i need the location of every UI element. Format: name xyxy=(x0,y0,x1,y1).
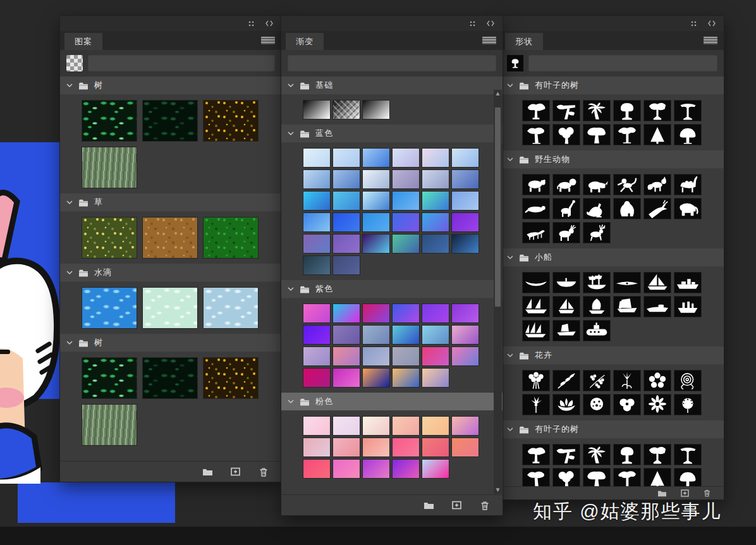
gradient-swatch[interactable] xyxy=(392,346,420,366)
pattern-swatch-grass-field[interactable] xyxy=(82,147,137,188)
shape-tree-twist[interactable] xyxy=(522,468,550,486)
shape-submarine[interactable] xyxy=(583,320,611,341)
shape-steamer[interactable] xyxy=(674,296,702,317)
new-group-icon[interactable] xyxy=(657,489,667,497)
new-item-icon[interactable] xyxy=(452,501,462,510)
gradient-swatch[interactable] xyxy=(303,234,331,254)
shape-lion[interactable] xyxy=(552,174,580,195)
shape-tree-canopy[interactable] xyxy=(583,468,611,486)
gradient-swatch[interactable] xyxy=(362,346,390,366)
gradient-swatch[interactable] xyxy=(332,212,360,232)
shape-rowboat[interactable] xyxy=(552,272,580,293)
shape-rose-sketch[interactable] xyxy=(674,370,702,391)
gradient-swatch[interactable] xyxy=(362,234,390,254)
scroll-up-icon[interactable]: ▲ xyxy=(495,90,501,97)
gradient-swatch[interactable] xyxy=(392,148,420,168)
gradient-swatch[interactable] xyxy=(392,234,420,254)
group-header-粉色[interactable]: 粉色 xyxy=(281,393,503,411)
tab-gradients[interactable]: 渐变 xyxy=(286,33,324,50)
pattern-swatch-fern-dark[interactable] xyxy=(82,100,137,142)
panel-menu-icon[interactable] xyxy=(704,37,717,44)
gradient-swatch[interactable] xyxy=(332,303,360,323)
pattern-swatch-fern-dark[interactable] xyxy=(82,357,137,399)
tab-patterns[interactable]: 图案 xyxy=(64,33,102,50)
shape-tree-twist[interactable] xyxy=(522,124,550,145)
gradient-swatch[interactable] xyxy=(303,459,331,479)
new-group-icon[interactable] xyxy=(424,501,434,510)
gradient-swatch[interactable] xyxy=(451,325,479,345)
pattern-swatch-grass-field[interactable] xyxy=(82,404,137,446)
shape-moose[interactable] xyxy=(552,222,580,243)
tab-shapes[interactable]: 形状 xyxy=(505,33,543,50)
shape-orchid[interactable] xyxy=(522,394,550,415)
shape-junk-small[interactable] xyxy=(552,320,580,341)
gradient-swatch[interactable] xyxy=(392,325,420,345)
gradient-swatch[interactable] xyxy=(451,416,479,436)
gradient-swatch[interactable] xyxy=(392,416,420,436)
shape-tall-ship[interactable] xyxy=(583,272,611,293)
gradient-swatch[interactable] xyxy=(362,416,390,436)
group-header-野生动物[interactable]: 野生动物 xyxy=(501,150,724,169)
pattern-swatch-meadow-yellow[interactable] xyxy=(82,217,137,259)
shape-fox[interactable] xyxy=(643,174,671,195)
group-header-草[interactable]: 草 xyxy=(60,193,281,212)
shape-rhino[interactable] xyxy=(583,174,611,195)
pattern-swatch-turf-green[interactable] xyxy=(203,217,259,259)
pattern-swatch-foliage-yellow[interactable] xyxy=(203,357,259,399)
gradient-swatch[interactable] xyxy=(362,303,390,323)
shape-peony[interactable] xyxy=(583,394,611,415)
gradient-swatch[interactable] xyxy=(332,191,360,211)
shape-warship[interactable] xyxy=(674,272,702,293)
current-pattern-thumbnail[interactable] xyxy=(66,55,83,71)
gradient-swatch[interactable] xyxy=(451,303,479,323)
shapes-search-input[interactable] xyxy=(528,55,717,71)
gradient-swatch[interactable] xyxy=(332,234,360,254)
gradient-swatch[interactable] xyxy=(392,169,420,189)
delete-icon[interactable] xyxy=(259,467,269,477)
gradient-swatch[interactable] xyxy=(451,148,479,168)
group-header-小船[interactable]: 小船 xyxy=(501,248,724,267)
shape-tree-spread[interactable] xyxy=(522,100,550,121)
gradient-swatch[interactable] xyxy=(362,459,390,479)
shape-junk[interactable] xyxy=(613,296,641,317)
gradient-swatch[interactable] xyxy=(303,368,331,388)
gradient-swatch[interactable] xyxy=(303,255,331,275)
gradient-swatch[interactable] xyxy=(332,368,360,388)
group-header-水滴[interactable]: 水滴 xyxy=(60,264,281,282)
gradient-swatch[interactable] xyxy=(332,346,360,366)
gradient-swatch[interactable] xyxy=(303,212,331,232)
shape-tree-broad[interactable] xyxy=(643,444,671,465)
shape-monkey[interactable] xyxy=(613,174,641,195)
new-item-icon[interactable] xyxy=(681,489,689,497)
shape-tree-cone[interactable] xyxy=(643,468,671,486)
gradient-swatch[interactable] xyxy=(422,459,449,479)
shape-tree-droop[interactable] xyxy=(613,124,641,145)
gradient-swatch[interactable] xyxy=(332,438,360,457)
pattern-swatch-leaves-dark[interactable] xyxy=(142,100,198,142)
gradient-swatch[interactable] xyxy=(362,438,390,457)
shape-tree-bonsai[interactable] xyxy=(552,100,580,121)
shape-antelope[interactable] xyxy=(643,198,671,219)
current-shape-thumbnail[interactable] xyxy=(507,55,523,71)
gradient-swatch[interactable] xyxy=(332,325,360,345)
shape-tree-spread[interactable] xyxy=(522,444,550,465)
pattern-swatch-leaves-dark[interactable] xyxy=(142,357,198,399)
gradient-swatch[interactable] xyxy=(332,169,360,189)
pattern-swatch-water-mint[interactable] xyxy=(142,287,198,329)
dock-options-icon[interactable] xyxy=(248,20,255,27)
gradient-swatch[interactable] xyxy=(392,212,420,232)
shape-deer[interactable] xyxy=(583,222,611,243)
gradient-swatch[interactable] xyxy=(422,438,449,457)
shape-giraffe[interactable] xyxy=(552,198,580,219)
shape-camel[interactable] xyxy=(674,174,702,195)
shape-bouquet[interactable] xyxy=(522,370,550,391)
gradient-swatch[interactable] xyxy=(422,368,449,388)
gradient-swatch[interactable] xyxy=(392,191,420,211)
shape-daisy[interactable] xyxy=(643,394,671,415)
shape-lotus[interactable] xyxy=(552,394,580,415)
shape-kayak[interactable] xyxy=(613,272,641,293)
panel-menu-icon[interactable] xyxy=(482,37,496,44)
shape-gorilla[interactable] xyxy=(613,198,641,219)
pattern-swatch-water-ice[interactable] xyxy=(203,287,259,329)
new-group-icon[interactable] xyxy=(202,467,213,476)
